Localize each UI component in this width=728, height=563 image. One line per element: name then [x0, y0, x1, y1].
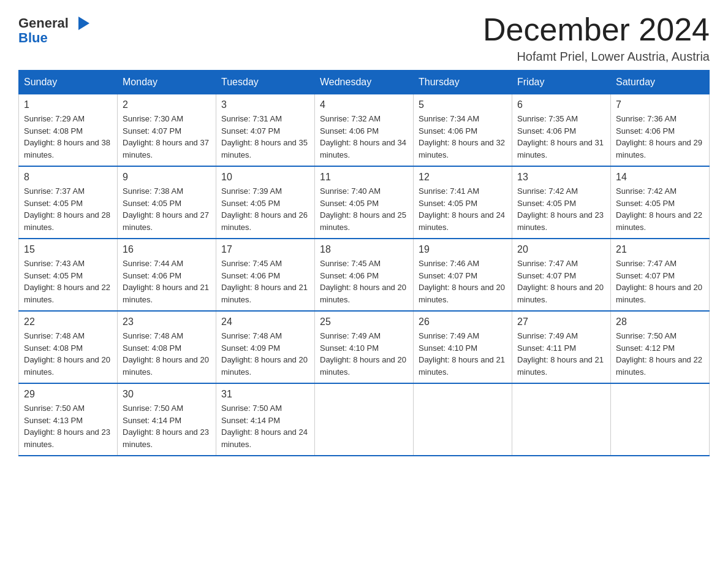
- sunrise-label: Sunrise: 7:37 AM: [24, 186, 85, 196]
- sunset-label: Sunset: 4:08 PM: [24, 343, 83, 353]
- sunset-label: Sunset: 4:06 PM: [320, 126, 379, 136]
- daylight-label: Daylight: 8 hours and 28 minutes.: [24, 210, 110, 232]
- daylight-label: Daylight: 8 hours and 23 minutes.: [123, 427, 209, 449]
- day-info: Sunrise: 7:31 AM Sunset: 4:07 PM Dayligh…: [221, 113, 309, 161]
- day-info: Sunrise: 7:48 AM Sunset: 4:08 PM Dayligh…: [24, 330, 112, 378]
- calendar-cell: 18 Sunrise: 7:45 AM Sunset: 4:06 PM Dayl…: [315, 239, 414, 311]
- day-number: 26: [419, 316, 507, 327]
- daylight-label: Daylight: 8 hours and 20 minutes.: [221, 355, 308, 377]
- day-info: Sunrise: 7:50 AM Sunset: 4:12 PM Dayligh…: [616, 330, 704, 378]
- day-info: Sunrise: 7:50 AM Sunset: 4:13 PM Dayligh…: [24, 402, 112, 450]
- daylight-label: Daylight: 8 hours and 21 minutes.: [123, 283, 209, 304]
- daylight-label: Daylight: 8 hours and 20 minutes.: [123, 355, 209, 377]
- day-info: Sunrise: 7:38 AM Sunset: 4:05 PM Dayligh…: [123, 185, 211, 233]
- day-number: 20: [517, 244, 605, 255]
- daylight-label: Daylight: 8 hours and 21 minutes.: [221, 283, 308, 304]
- calendar-cell: 1 Sunrise: 7:29 AM Sunset: 4:08 PM Dayli…: [19, 94, 118, 167]
- daylight-label: Daylight: 8 hours and 22 minutes.: [616, 355, 702, 377]
- week-row-3: 15 Sunrise: 7:43 AM Sunset: 4:05 PM Dayl…: [19, 239, 710, 311]
- sunrise-label: Sunrise: 7:42 AM: [616, 186, 677, 196]
- sunset-label: Sunset: 4:14 PM: [123, 416, 181, 425]
- calendar-cell: 25 Sunrise: 7:49 AM Sunset: 4:10 PM Dayl…: [315, 311, 414, 383]
- logo: General Blue: [18, 12, 89, 47]
- day-number: 30: [123, 389, 211, 400]
- week-row-2: 8 Sunrise: 7:37 AM Sunset: 4:05 PM Dayli…: [19, 166, 710, 239]
- daylight-label: Daylight: 8 hours and 22 minutes.: [616, 210, 702, 232]
- calendar-cell: 23 Sunrise: 7:48 AM Sunset: 4:08 PM Dayl…: [118, 311, 216, 383]
- sunrise-label: Sunrise: 7:50 AM: [24, 404, 85, 413]
- sunset-label: Sunset: 4:05 PM: [24, 199, 83, 208]
- day-info: Sunrise: 7:37 AM Sunset: 4:05 PM Dayligh…: [24, 185, 112, 233]
- sunset-label: Sunset: 4:11 PM: [517, 343, 576, 353]
- sunrise-label: Sunrise: 7:35 AM: [517, 114, 578, 123]
- calendar-cell: 13 Sunrise: 7:42 AM Sunset: 4:05 PM Dayl…: [512, 166, 611, 239]
- day-info: Sunrise: 7:46 AM Sunset: 4:07 PM Dayligh…: [419, 258, 507, 305]
- sunrise-label: Sunrise: 7:34 AM: [419, 114, 479, 123]
- day-info: Sunrise: 7:29 AM Sunset: 4:08 PM Dayligh…: [24, 113, 112, 161]
- calendar-cell: 7 Sunrise: 7:36 AM Sunset: 4:06 PM Dayli…: [611, 94, 710, 167]
- title-section: December 2024 Hofamt Priel, Lower Austri…: [483, 12, 710, 64]
- month-title: December 2024: [483, 12, 710, 47]
- calendar-cell: 14 Sunrise: 7:42 AM Sunset: 4:05 PM Dayl…: [611, 166, 710, 239]
- calendar-cell: 6 Sunrise: 7:35 AM Sunset: 4:06 PM Dayli…: [512, 94, 611, 167]
- calendar-cell: [512, 383, 611, 456]
- calendar-cell: 30 Sunrise: 7:50 AM Sunset: 4:14 PM Dayl…: [118, 383, 216, 456]
- daylight-label: Daylight: 8 hours and 20 minutes.: [320, 355, 406, 377]
- day-info: Sunrise: 7:49 AM Sunset: 4:11 PM Dayligh…: [517, 330, 605, 378]
- day-number: 29: [24, 389, 112, 400]
- day-number: 31: [221, 389, 309, 400]
- day-number: 5: [419, 99, 507, 110]
- sunset-label: Sunset: 4:07 PM: [221, 126, 280, 136]
- calendar-cell: 24 Sunrise: 7:48 AM Sunset: 4:09 PM Dayl…: [216, 311, 315, 383]
- sunset-label: Sunset: 4:05 PM: [123, 199, 181, 208]
- daylight-label: Daylight: 8 hours and 26 minutes.: [221, 210, 308, 232]
- sunrise-label: Sunrise: 7:45 AM: [221, 259, 282, 268]
- logo-triangle-icon: [78, 17, 89, 30]
- day-number: 8: [24, 172, 112, 183]
- daylight-label: Daylight: 8 hours and 31 minutes.: [517, 138, 604, 159]
- daylight-label: Daylight: 8 hours and 20 minutes.: [517, 283, 604, 304]
- header-row: Sunday Monday Tuesday Wednesday Thursday…: [19, 71, 710, 94]
- sunset-label: Sunset: 4:07 PM: [616, 271, 675, 280]
- sunrise-label: Sunrise: 7:50 AM: [616, 331, 677, 340]
- day-number: 23: [123, 316, 211, 327]
- day-info: Sunrise: 7:45 AM Sunset: 4:06 PM Dayligh…: [221, 258, 309, 305]
- location-title: Hofamt Priel, Lower Austria, Austria: [483, 50, 710, 64]
- calendar-cell: 12 Sunrise: 7:41 AM Sunset: 4:05 PM Dayl…: [414, 166, 512, 239]
- daylight-label: Daylight: 8 hours and 20 minutes.: [24, 355, 110, 377]
- sunrise-label: Sunrise: 7:32 AM: [320, 114, 381, 123]
- logo-text-blue: Blue: [18, 30, 48, 46]
- day-info: Sunrise: 7:41 AM Sunset: 4:05 PM Dayligh…: [419, 185, 507, 233]
- daylight-label: Daylight: 8 hours and 20 minutes.: [616, 283, 702, 304]
- day-number: 7: [616, 99, 704, 110]
- sunrise-label: Sunrise: 7:48 AM: [123, 331, 183, 340]
- day-info: Sunrise: 7:39 AM Sunset: 4:05 PM Dayligh…: [221, 185, 309, 233]
- calendar-cell: [315, 383, 414, 456]
- daylight-label: Daylight: 8 hours and 23 minutes.: [517, 210, 604, 232]
- day-info: Sunrise: 7:36 AM Sunset: 4:06 PM Dayligh…: [616, 113, 704, 161]
- day-number: 28: [616, 316, 704, 327]
- day-info: Sunrise: 7:32 AM Sunset: 4:06 PM Dayligh…: [320, 113, 408, 161]
- day-info: Sunrise: 7:44 AM Sunset: 4:06 PM Dayligh…: [123, 258, 211, 305]
- col-tuesday: Tuesday: [216, 71, 315, 94]
- day-number: 10: [221, 172, 309, 183]
- calendar-cell: 21 Sunrise: 7:47 AM Sunset: 4:07 PM Dayl…: [611, 239, 710, 311]
- sunset-label: Sunset: 4:10 PM: [320, 343, 379, 353]
- sunrise-label: Sunrise: 7:45 AM: [320, 259, 381, 268]
- col-thursday: Thursday: [414, 71, 512, 94]
- calendar-cell: 31 Sunrise: 7:50 AM Sunset: 4:14 PM Dayl…: [216, 383, 315, 456]
- daylight-label: Daylight: 8 hours and 20 minutes.: [419, 283, 505, 304]
- calendar-cell: 26 Sunrise: 7:49 AM Sunset: 4:10 PM Dayl…: [414, 311, 512, 383]
- col-monday: Monday: [118, 71, 216, 94]
- day-number: 22: [24, 316, 112, 327]
- daylight-label: Daylight: 8 hours and 32 minutes.: [419, 138, 505, 159]
- day-number: 19: [419, 244, 507, 255]
- sunrise-label: Sunrise: 7:49 AM: [320, 331, 381, 340]
- day-info: Sunrise: 7:50 AM Sunset: 4:14 PM Dayligh…: [123, 402, 211, 450]
- calendar-cell: 8 Sunrise: 7:37 AM Sunset: 4:05 PM Dayli…: [19, 166, 118, 239]
- sunset-label: Sunset: 4:06 PM: [123, 271, 181, 280]
- day-number: 9: [123, 172, 211, 183]
- calendar-cell: 20 Sunrise: 7:47 AM Sunset: 4:07 PM Dayl…: [512, 239, 611, 311]
- daylight-label: Daylight: 8 hours and 21 minutes.: [517, 355, 604, 377]
- calendar-cell: 22 Sunrise: 7:48 AM Sunset: 4:08 PM Dayl…: [19, 311, 118, 383]
